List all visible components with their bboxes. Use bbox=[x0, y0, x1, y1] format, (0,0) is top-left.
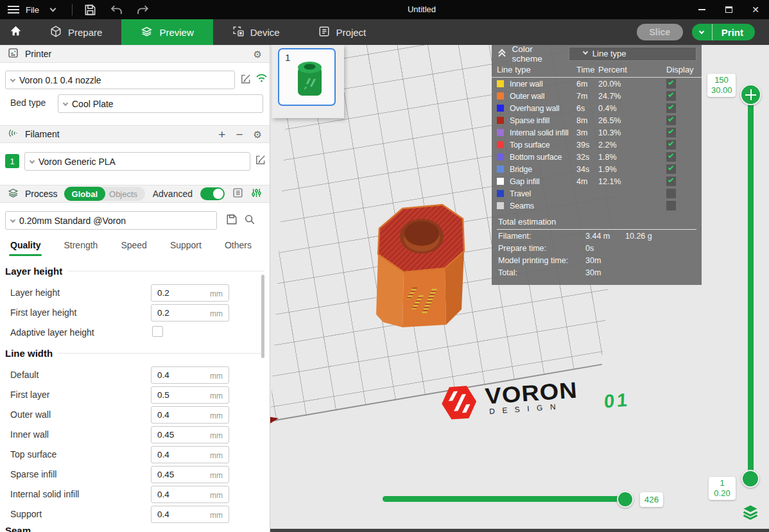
filament-section-header: Filament + − ⚙ bbox=[0, 125, 270, 143]
chevron-down-icon[interactable] bbox=[50, 6, 56, 12]
display-checkbox[interactable] bbox=[666, 176, 676, 186]
display-checkbox[interactable] bbox=[666, 201, 676, 210]
line-type-dropdown[interactable]: Line type bbox=[569, 47, 696, 61]
printer-preset-dropdown[interactable]: Voron 0.1 0.4 nozzle bbox=[5, 71, 235, 89]
display-checkbox[interactable] bbox=[666, 128, 676, 137]
tab-strength[interactable]: Strength bbox=[64, 236, 98, 256]
tab-project[interactable]: Project bbox=[299, 19, 386, 45]
remove-filament-button[interactable]: − bbox=[236, 128, 243, 141]
param-row: Outer wall 0.4 mm bbox=[0, 406, 270, 425]
process-section-header: Process Global Objects Advanced bbox=[0, 185, 270, 203]
param-value: 0.5 bbox=[157, 390, 169, 400]
process-section-title: Process bbox=[25, 189, 58, 199]
edit-icon[interactable] bbox=[255, 154, 266, 168]
advanced-toggle[interactable] bbox=[200, 187, 225, 200]
param-row: Internal solid infill 0.4 mm bbox=[0, 485, 270, 504]
legend-row: Sparse infill 8m 26.5% bbox=[492, 114, 702, 126]
display-checkbox[interactable] bbox=[666, 140, 676, 150]
param-input[interactable]: 0.45 mm bbox=[151, 466, 229, 483]
save-preset-icon[interactable] bbox=[226, 214, 238, 228]
tune-icon[interactable] bbox=[251, 187, 262, 201]
display-checkbox[interactable] bbox=[666, 79, 676, 89]
preview-viewport[interactable]: VORON DESIGN 01 bbox=[270, 45, 769, 532]
layers-button[interactable] bbox=[741, 502, 760, 523]
bed-type-dropdown[interactable]: Cool Plate bbox=[58, 94, 263, 113]
line-width-section-title: Line width bbox=[5, 348, 264, 359]
plate-axis-arrow bbox=[270, 415, 279, 424]
param-label: Inner wall bbox=[10, 429, 49, 440]
tab-support[interactable]: Support bbox=[170, 236, 202, 256]
line-type-swatch bbox=[497, 141, 504, 148]
layer-height-section-title: Layer height bbox=[5, 266, 264, 277]
sliced-model[interactable] bbox=[368, 191, 476, 331]
line-type-swatch bbox=[497, 105, 504, 112]
display-checkbox[interactable] bbox=[666, 164, 676, 174]
adaptive-layer-checkbox[interactable] bbox=[152, 326, 163, 337]
tab-others[interactable]: Others bbox=[225, 236, 252, 256]
gear-icon[interactable]: ⚙ bbox=[254, 130, 262, 139]
param-unit: mm bbox=[210, 431, 223, 440]
tab-prepare[interactable]: Prepare bbox=[31, 19, 121, 45]
tab-preview[interactable]: Preview bbox=[121, 19, 212, 45]
layer-slider-bottom-handle[interactable] bbox=[741, 470, 759, 488]
move-slider-tooltip: 426 bbox=[640, 492, 663, 507]
filament-preset-dropdown[interactable]: Voron Generic PLA bbox=[24, 152, 250, 171]
save-icon[interactable] bbox=[84, 4, 96, 16]
print-button[interactable]: Print bbox=[713, 27, 755, 38]
tab-speed[interactable]: Speed bbox=[121, 236, 146, 256]
process-preset-dropdown[interactable]: 0.20mm Standard @Voron bbox=[5, 211, 217, 230]
param-input[interactable]: 0.4 mm bbox=[151, 486, 229, 503]
sidebar-scrollbar-thumb[interactable] bbox=[261, 275, 264, 358]
maximize-button[interactable] bbox=[715, 0, 742, 19]
tab-device[interactable]: Device bbox=[213, 19, 299, 45]
search-icon[interactable] bbox=[244, 214, 255, 228]
file-menu[interactable]: File bbox=[26, 5, 39, 15]
menu-icon[interactable] bbox=[8, 6, 19, 13]
print-dropdown-button[interactable] bbox=[692, 24, 713, 40]
add-filament-button[interactable]: + bbox=[218, 128, 225, 141]
param-input[interactable]: 0.4 mm bbox=[151, 506, 229, 523]
line-type-label: Inner wall bbox=[510, 80, 576, 89]
display-checkbox[interactable] bbox=[666, 189, 676, 198]
param-label: Top surface bbox=[10, 449, 56, 459]
line-type-time: 6s bbox=[576, 104, 598, 113]
param-input[interactable]: 0.2 mm bbox=[151, 304, 229, 322]
list-icon[interactable] bbox=[232, 187, 243, 201]
display-checkbox[interactable] bbox=[666, 152, 676, 162]
filament-slot-badge[interactable]: 1 bbox=[5, 154, 19, 168]
param-input[interactable]: 0.45 mm bbox=[151, 426, 229, 443]
undo-icon[interactable] bbox=[110, 4, 123, 15]
layer-slider-top-handle[interactable] bbox=[740, 84, 761, 105]
tab-preview-label: Preview bbox=[159, 27, 193, 38]
display-checkbox[interactable] bbox=[666, 103, 676, 113]
line-type-swatch bbox=[497, 178, 504, 185]
gear-icon[interactable]: ⚙ bbox=[254, 49, 262, 59]
param-row: Inner wall 0.45 mm bbox=[0, 425, 270, 445]
scope-global-button[interactable]: Global bbox=[64, 187, 105, 201]
line-type-label: Top surface bbox=[510, 141, 576, 150]
param-input[interactable]: 0.5 mm bbox=[151, 386, 229, 404]
line-type-percent: 12.1% bbox=[598, 177, 665, 186]
collapse-icon[interactable] bbox=[498, 50, 507, 58]
wifi-icon[interactable] bbox=[255, 73, 268, 85]
param-input[interactable]: 0.4 mm bbox=[151, 366, 229, 384]
scope-objects-button[interactable]: Objects bbox=[105, 189, 145, 199]
plate-thumbnail[interactable]: 1 bbox=[278, 48, 336, 106]
move-slider-handle[interactable] bbox=[617, 491, 634, 508]
tab-quality[interactable]: Quality bbox=[10, 236, 40, 256]
legend-row: Inner wall 6m 20.0% bbox=[492, 78, 702, 90]
layer-slider-track[interactable] bbox=[748, 94, 754, 483]
slice-button[interactable]: Slice bbox=[637, 24, 683, 40]
home-button[interactable] bbox=[0, 19, 31, 45]
param-input[interactable]: 0.2 mm bbox=[151, 284, 229, 302]
display-checkbox[interactable] bbox=[666, 91, 676, 101]
window-title: Untitled bbox=[408, 0, 436, 19]
param-input[interactable]: 0.4 mm bbox=[151, 446, 229, 463]
display-checkbox[interactable] bbox=[666, 116, 676, 125]
edit-icon[interactable] bbox=[240, 73, 252, 87]
param-input[interactable]: 0.4 mm bbox=[151, 406, 229, 424]
move-slider-track[interactable] bbox=[383, 496, 633, 502]
close-button[interactable]: ✕ bbox=[742, 0, 769, 19]
redo-icon[interactable] bbox=[137, 4, 149, 15]
minimize-button[interactable] bbox=[688, 0, 715, 19]
